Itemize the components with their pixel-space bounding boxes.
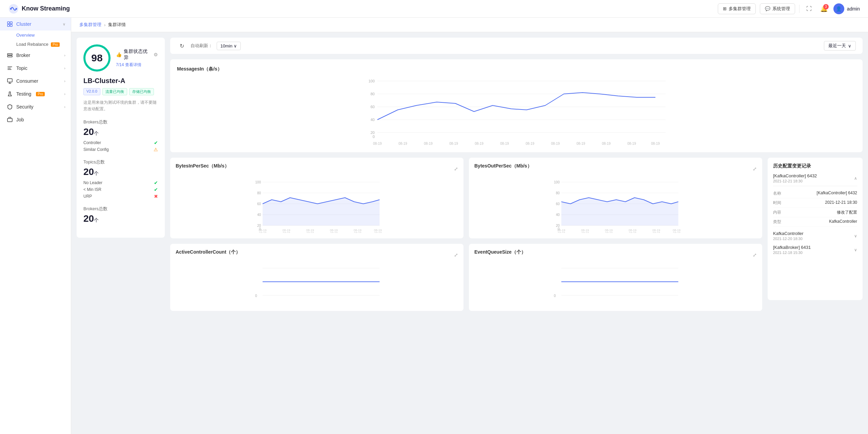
history-item-header-0[interactable]: [KafkaController] 6432 2021-12-21 18:30 … [773,173,857,183]
sidebar-item-consumer[interactable]: Consumer › [0,75,71,87]
history-item-1: KafkaController 2021-12-20 18:30 ∨ [773,231,857,241]
multi-cluster-btn[interactable]: ⊞ 多集群管理 [718,3,756,14]
security-icon [7,104,13,110]
user-area[interactable]: 👤 admin [833,3,860,14]
pro-badge-load: Pro [51,42,60,47]
history-item-name-2: [KafkaBroker] 6431 [773,245,811,250]
svg-text:23:23: 23:23 [627,145,636,145]
svg-text:100: 100 [255,180,261,184]
cluster-tags: V2.0.0 流量已均衡 存储已均衡 [83,88,158,95]
fullscreen-btn[interactable]: ⛶ [804,3,814,14]
active-controller-expand[interactable]: ⤢ [454,252,458,258]
right-panel: ↻ 自动刷新： 10min ∨ 最近一天 ∨ MessagesIn（条/s） [170,38,863,311]
svg-text:23:23: 23:23 [330,231,338,233]
check-no-leader: No Leader ✔ [83,180,158,185]
event-queue-chart: 0 [474,265,757,305]
time-range-select[interactable]: 最近一天 ∨ [824,41,856,51]
brokers-value: 20个 [83,126,158,137]
bytes-in-expand[interactable]: ⤢ [454,166,458,172]
svg-rect-9 [7,79,12,82]
active-event-row: ActiveControllerCount（个） ⤢ 0 [170,244,762,311]
broker-checks: Controller ✔ Similar Config ⚠ [83,140,158,152]
bytes-out-chart: 100 80 60 40 20 0 08-19 [474,179,757,233]
content-area: 98 👍 集群状态优异 ⚙ 7/14 查看详情 LB-Cluster [71,32,868,316]
check-urp: URP ✖ [83,194,158,199]
sidebar-item-broker[interactable]: Broker › [0,49,71,62]
svg-rect-4 [10,22,12,24]
cluster-icon [7,21,13,27]
svg-rect-10 [7,118,12,122]
sidebar-item-testing[interactable]: Testing Pro › [0,87,71,100]
main-content: 多集群管理 › 集群详情 98 👍 集群状态优异 [71,18,868,434]
refresh-btn[interactable]: ↻ [177,41,186,51]
status-text: 集群状态优异 [124,48,152,61]
notification-btn[interactable]: 🔔 3 [818,3,829,14]
svg-text:100: 100 [554,180,560,184]
tag-flow: 流量已均衡 [102,88,127,95]
messages-in-title: MessagesIn（条/s） [177,66,856,72]
svg-text:23:23: 23:23 [354,231,361,233]
breadcrumb-sep: › [104,22,105,27]
topic-icon [7,65,13,71]
bytes-out-expand[interactable]: ⤢ [753,166,757,172]
multi-cluster-icon: ⊞ [723,6,727,11]
svg-text:23:23: 23:23 [398,145,407,145]
messages-in-chart: 100 80 60 40 20 0 08-19 23:23 08-19 23:2… [177,78,856,145]
svg-text:23:23: 23:23 [373,145,381,145]
svg-text:60: 60 [556,202,560,206]
svg-text:23:23: 23:23 [576,145,585,145]
event-queue-expand[interactable]: ⤢ [753,252,757,258]
chevron-down-icon-1: ∨ [854,234,857,238]
cluster-score: 98 👍 集群状态优异 ⚙ 7/14 查看详情 [83,44,158,72]
sidebar-item-cluster[interactable]: Cluster ∨ [0,18,71,31]
svg-text:80: 80 [556,191,560,195]
svg-text:20: 20 [371,131,375,135]
sidebar-item-topic[interactable]: Topic › [0,62,71,75]
testing-icon [7,91,13,97]
messages-in-card: MessagesIn（条/s） 100 80 60 40 20 [170,59,863,152]
topics-label: Topics总数 [83,159,158,165]
cluster-name: LB-Cluster-A [83,77,158,85]
breadcrumb-parent[interactable]: 多集群管理 [79,22,101,28]
svg-text:40: 40 [371,118,375,122]
chevron-cluster: ∨ [63,22,65,26]
chevron-broker: › [64,53,65,57]
check-similar-config: Similar Config ⚠ [83,147,158,152]
sidebar-item-job[interactable]: Job [0,113,71,126]
brokers2-stat: Brokers总数 20个 [83,206,158,224]
svg-text:0: 0 [373,135,375,139]
header-divider [799,5,800,13]
no-leader-status-icon: ✔ [154,180,158,185]
notification-badge: 3 [823,4,829,9]
left-panel: 98 👍 集群状态优异 ⚙ 7/14 查看详情 LB-Cluster [77,38,165,311]
svg-text:23:23: 23:23 [605,231,613,233]
bytes-in-title: BytesInPerSec（Mb/s） [176,163,229,169]
svg-rect-6 [10,24,12,26]
status-emoji: 👍 [116,52,122,57]
svg-text:80: 80 [371,92,375,96]
cluster-card: 98 👍 集群状态优异 ⚙ 7/14 查看详情 LB-Cluster [77,38,165,238]
history-item-header-2[interactable]: [KafkaBroker] 6431 2021-12-18 15:30 ∨ [773,245,857,255]
svg-text:23:23: 23:23 [557,231,565,233]
settings-icon[interactable]: ⚙ [154,52,158,57]
history-item-date-2: 2021-12-18 15:30 [773,251,811,255]
svg-rect-7 [7,54,12,55]
sidebar-label-testing: Testing [16,91,31,97]
sidebar-label-security: Security [16,104,34,110]
system-mgmt-btn[interactable]: 💬 系统管理 [760,3,795,14]
svg-text:23:23: 23:23 [500,145,509,145]
brokers2-value: 20个 [83,213,158,224]
history-item-header-1[interactable]: KafkaController 2021-12-20 18:30 ∨ [773,231,857,241]
detail-row-content: 内容 修改了配置 [773,208,857,217]
chevron-security: › [64,105,65,109]
bytes-in-card: BytesInPerSec（Mb/s） ⤢ 100 [170,158,463,238]
sidebar-sub-load-rebalance[interactable]: Load Rebalance Pro [0,40,71,49]
interval-select[interactable]: 10min ∨ [217,42,241,50]
svg-rect-3 [7,22,9,24]
sidebar-item-security[interactable]: Security › [0,100,71,113]
score-circle: 98 [83,44,111,72]
active-controller-card: ActiveControllerCount（个） ⤢ 0 [170,244,463,311]
status-detail[interactable]: 7/14 查看详情 [116,62,158,68]
sidebar-sub-overview[interactable]: Overview [0,31,71,40]
toolbar-left: ↻ 自动刷新： 10min ∨ [177,41,241,51]
